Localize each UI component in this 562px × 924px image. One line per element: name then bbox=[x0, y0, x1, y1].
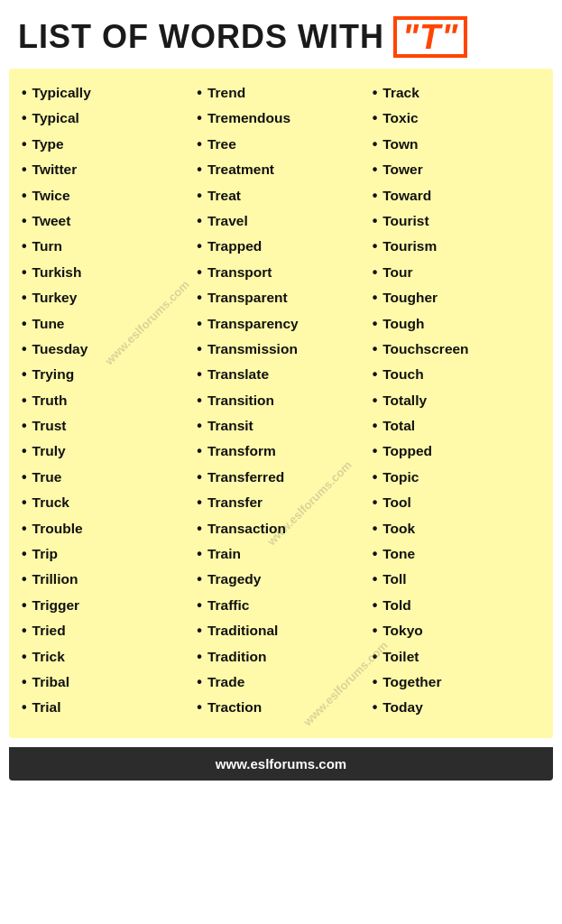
list-item: •Tradition bbox=[197, 647, 364, 667]
word-label: Town bbox=[382, 134, 418, 154]
list-item: •Twitter bbox=[22, 160, 189, 180]
bullet-icon: • bbox=[373, 672, 378, 692]
word-label: Twice bbox=[32, 186, 70, 206]
list-item: •Total bbox=[373, 416, 540, 436]
bullet-icon: • bbox=[22, 134, 27, 154]
list-item: •Tuesday bbox=[22, 339, 189, 359]
bullet-icon: • bbox=[197, 698, 202, 717]
bullet-icon: • bbox=[373, 108, 378, 128]
word-label: Type bbox=[32, 134, 64, 154]
list-item: •Tool bbox=[373, 493, 540, 513]
list-item: •Tough bbox=[373, 314, 540, 334]
word-label: Trust bbox=[32, 416, 67, 436]
list-item: •Tribal bbox=[22, 672, 189, 692]
bullet-icon: • bbox=[22, 493, 27, 513]
bullet-icon: • bbox=[373, 467, 378, 487]
bullet-icon: • bbox=[22, 544, 27, 564]
word-label: Topic bbox=[382, 467, 419, 487]
word-label: Tool bbox=[382, 493, 411, 513]
bullet-icon: • bbox=[197, 416, 202, 436]
word-label: Tuesday bbox=[32, 339, 88, 359]
word-label: Traction bbox=[207, 698, 262, 717]
list-item: •Transferred bbox=[197, 467, 364, 487]
word-label: Tour bbox=[382, 263, 412, 282]
bullet-icon: • bbox=[197, 493, 202, 513]
bullet-icon: • bbox=[197, 672, 202, 692]
list-item: •Took bbox=[373, 519, 540, 539]
bullet-icon: • bbox=[197, 391, 202, 411]
word-label: Trapped bbox=[207, 236, 262, 256]
list-item: •Turn bbox=[22, 236, 189, 256]
word-label: Tweet bbox=[32, 211, 71, 231]
list-item: •Totally bbox=[373, 391, 540, 411]
list-item: •Tower bbox=[373, 160, 540, 180]
word-label: Took bbox=[382, 519, 415, 539]
bullet-icon: • bbox=[22, 236, 27, 256]
page-wrapper: LIST OF WORDS WITH "T" www.eslforums.com… bbox=[0, 0, 562, 781]
column-2: •Trend•Tremendous•Tree•Treatment•Treat•T… bbox=[193, 83, 368, 724]
list-item: •Train bbox=[197, 544, 364, 564]
word-label: Train bbox=[207, 544, 241, 564]
word-label: Twitter bbox=[32, 160, 78, 180]
word-label: Told bbox=[382, 596, 411, 615]
word-label: Tougher bbox=[382, 288, 438, 308]
bullet-icon: • bbox=[22, 647, 27, 667]
word-label: Traffic bbox=[207, 596, 250, 615]
bullet-icon: • bbox=[22, 211, 27, 231]
list-item: •Trend bbox=[197, 83, 364, 103]
word-label: Truck bbox=[32, 493, 69, 513]
list-item: •Trying bbox=[22, 365, 189, 384]
word-label: Tune bbox=[32, 314, 65, 334]
bullet-icon: • bbox=[22, 160, 27, 180]
word-label: Trend bbox=[207, 83, 245, 103]
list-item: •Transition bbox=[197, 391, 364, 411]
bullet-icon: • bbox=[373, 134, 378, 154]
list-item: •Transaction bbox=[197, 519, 364, 539]
word-label: True bbox=[32, 467, 62, 487]
word-label: Tremendous bbox=[207, 108, 290, 128]
bullet-icon: • bbox=[197, 647, 202, 667]
list-item: •Tokyo bbox=[373, 621, 540, 641]
word-label: Trigger bbox=[32, 596, 80, 615]
bullet-icon: • bbox=[373, 416, 378, 436]
word-label: Tough bbox=[382, 314, 424, 334]
list-item: •Transform bbox=[197, 441, 364, 461]
bullet-icon: • bbox=[197, 186, 202, 206]
word-label: Tried bbox=[32, 621, 66, 641]
list-item: •Tougher bbox=[373, 288, 540, 308]
word-label: Turkish bbox=[32, 263, 82, 282]
word-label: Toll bbox=[382, 569, 406, 589]
list-item: •Transparent bbox=[197, 288, 364, 308]
bullet-icon: • bbox=[197, 288, 202, 308]
bullet-icon: • bbox=[197, 211, 202, 231]
list-item: •Trial bbox=[22, 698, 189, 717]
word-label: Transparency bbox=[207, 314, 299, 334]
bullet-icon: • bbox=[373, 160, 378, 180]
word-label: Transfer bbox=[207, 493, 263, 513]
list-item: •Transfer bbox=[197, 493, 364, 513]
word-label: Turkey bbox=[32, 288, 78, 308]
bullet-icon: • bbox=[373, 186, 378, 206]
list-item: •Tragedy bbox=[197, 569, 364, 589]
bullet-icon: • bbox=[197, 134, 202, 154]
column-1: •Typically•Typical•Type•Twitter•Twice•Tw… bbox=[18, 83, 193, 724]
list-item: •Topped bbox=[373, 441, 540, 461]
word-label: Tragedy bbox=[207, 569, 261, 589]
word-label: Tourist bbox=[382, 211, 428, 231]
bullet-icon: • bbox=[373, 314, 378, 334]
list-item: •Transparency bbox=[197, 314, 364, 334]
bullet-icon: • bbox=[373, 596, 378, 615]
list-item: •Twice bbox=[22, 186, 189, 206]
list-item: •Trade bbox=[197, 672, 364, 692]
bullet-icon: • bbox=[373, 288, 378, 308]
word-label: Trying bbox=[32, 365, 75, 384]
list-item: •Trapped bbox=[197, 236, 364, 256]
bullet-icon: • bbox=[373, 519, 378, 539]
list-item: •Type bbox=[22, 134, 189, 154]
word-label: Typically bbox=[32, 83, 91, 103]
word-label: Truth bbox=[32, 391, 68, 411]
list-item: •Truck bbox=[22, 493, 189, 513]
word-label: Tribal bbox=[32, 672, 69, 692]
word-label: Transition bbox=[207, 391, 274, 411]
list-item: •Treatment bbox=[197, 160, 364, 180]
